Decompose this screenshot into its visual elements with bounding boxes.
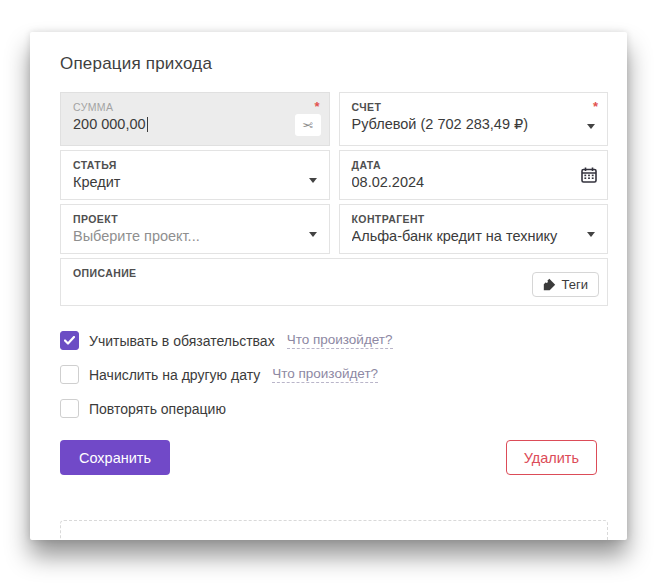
text-cursor bbox=[147, 117, 148, 132]
repeat-checkbox-label[interactable]: Повторять операцию bbox=[89, 401, 226, 417]
tags-button[interactable]: Теги bbox=[532, 272, 599, 297]
account-field[interactable]: СЧЕТ Рублевой (2 702 283,49 ₽) * bbox=[339, 92, 609, 146]
account-label: СЧЕТ bbox=[352, 101, 596, 113]
options-section: Учитывать в обязательствах Что произойде… bbox=[60, 331, 608, 418]
amount-value[interactable]: 200 000,00 bbox=[73, 116, 317, 132]
amount-label: СУММА bbox=[73, 101, 317, 113]
counterparty-value[interactable]: Альфа-банк кредит на технику bbox=[352, 228, 596, 244]
required-asterisk: * bbox=[593, 99, 598, 114]
split-amount-button[interactable]: ✂ bbox=[295, 114, 321, 136]
counterparty-field[interactable]: КОНТРАГЕНТ Альфа-банк кредит на технику bbox=[339, 204, 609, 254]
account-value[interactable]: Рублевой (2 702 283,49 ₽) bbox=[352, 116, 596, 132]
liabilities-checkbox[interactable] bbox=[60, 331, 79, 350]
amount-field[interactable]: СУММА 200 000,00 * ✂ bbox=[60, 92, 330, 146]
page-title: Операция прихода bbox=[60, 54, 608, 74]
checkmark-icon bbox=[64, 336, 75, 345]
article-value[interactable]: Кредит bbox=[73, 174, 317, 190]
income-operation-dialog: Операция прихода СУММА 200 000,00 * ✂ СЧ… bbox=[30, 32, 627, 540]
caret-down-icon[interactable] bbox=[587, 232, 595, 237]
project-placeholder[interactable]: Выберите проект... bbox=[73, 228, 317, 244]
scissors-icon: ✂ bbox=[302, 118, 313, 133]
article-field[interactable]: СТАТЬЯ Кредит bbox=[60, 150, 330, 200]
date-value[interactable]: 08.02.2024 bbox=[352, 174, 596, 190]
other-date-checkbox-label[interactable]: Начислить на другую дату bbox=[89, 367, 260, 383]
option-row-repeat: Повторять операцию bbox=[60, 399, 608, 418]
attachments-dropzone[interactable] bbox=[60, 520, 608, 540]
caret-down-icon[interactable] bbox=[309, 232, 317, 237]
description-label: ОПИСАНИЕ bbox=[73, 267, 595, 279]
required-asterisk: * bbox=[314, 99, 319, 114]
save-button[interactable]: Сохранить bbox=[60, 440, 170, 475]
caret-down-icon[interactable] bbox=[309, 178, 317, 183]
project-label: ПРОЕКТ bbox=[73, 213, 317, 225]
calendar-icon[interactable] bbox=[581, 167, 597, 187]
actions-row: Сохранить Удалить bbox=[60, 440, 608, 475]
project-field[interactable]: ПРОЕКТ Выберите проект... bbox=[60, 204, 330, 254]
article-label: СТАТЬЯ bbox=[73, 159, 317, 171]
liabilities-checkbox-label[interactable]: Учитывать в обязательствах bbox=[89, 333, 275, 349]
date-field[interactable]: ДАТА 08.02.2024 bbox=[339, 150, 609, 200]
option-row-other-date: Начислить на другую дату Что произойдет? bbox=[60, 365, 608, 384]
other-date-checkbox[interactable] bbox=[60, 365, 79, 384]
liabilities-what-happens-link[interactable]: Что произойдет? bbox=[287, 332, 393, 349]
option-row-liabilities: Учитывать в обязательствах Что произойде… bbox=[60, 331, 608, 350]
other-date-what-happens-link[interactable]: Что произойдет? bbox=[272, 366, 378, 383]
delete-button[interactable]: Удалить bbox=[506, 440, 597, 475]
caret-down-icon[interactable] bbox=[587, 124, 595, 129]
tag-icon bbox=[543, 278, 556, 291]
description-field[interactable]: ОПИСАНИЕ Теги bbox=[60, 258, 608, 306]
repeat-checkbox[interactable] bbox=[60, 399, 79, 418]
tags-button-label: Теги bbox=[562, 277, 588, 292]
counterparty-label: КОНТРАГЕНТ bbox=[352, 213, 596, 225]
date-label: ДАТА bbox=[352, 159, 596, 171]
operation-form: СУММА 200 000,00 * ✂ СЧЕТ Рублевой (2 70… bbox=[60, 92, 608, 306]
